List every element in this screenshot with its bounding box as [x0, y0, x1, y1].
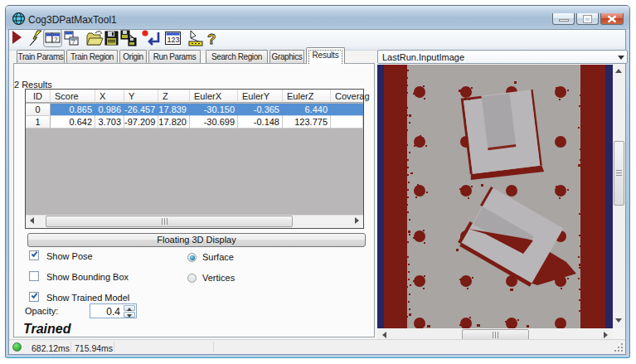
svg-text:?: ? [207, 32, 216, 47]
svg-text:?: ? [71, 38, 75, 46]
svg-text:?: ? [54, 36, 58, 43]
svg-text:123: 123 [167, 36, 180, 44]
